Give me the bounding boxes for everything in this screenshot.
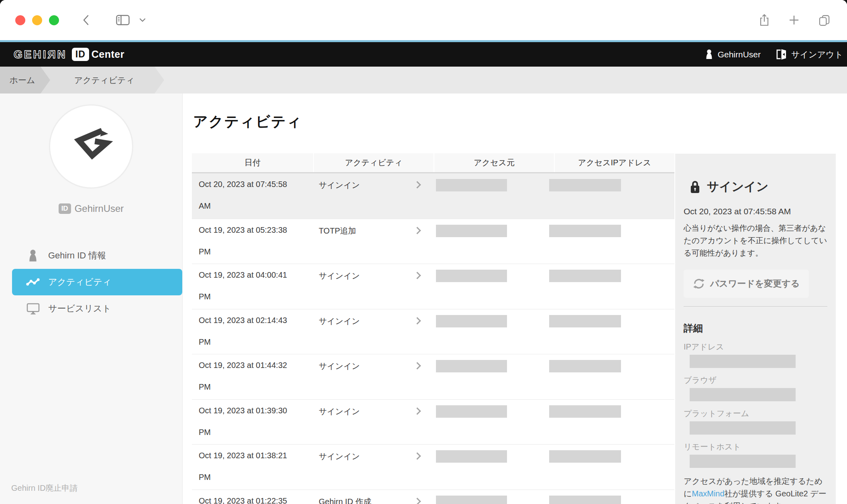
tab-overview-button[interactable] xyxy=(818,14,830,26)
detail-panel: サインイン Oct 20, 2023 at 07:45:58 AM 心当りがない… xyxy=(675,154,836,504)
table-row[interactable]: Oct 19, 2023 at 01:39:30PM サインイン xyxy=(192,399,674,445)
row-date: Oct 19, 2023 at 01:39:30 xyxy=(199,406,287,415)
sidebar-item-service-list[interactable]: サービスリスト xyxy=(0,295,182,322)
user-icon xyxy=(705,49,713,60)
plus-icon xyxy=(789,15,799,25)
row-date: Oct 19, 2023 at 01:44:32 xyxy=(199,361,287,370)
redacted-value xyxy=(690,355,796,368)
logo-center-text: Center xyxy=(92,49,124,60)
row-period: PM xyxy=(199,428,313,437)
table-row[interactable]: Oct 19, 2023 at 02:14:43PM サインイン xyxy=(192,309,674,354)
redacted-access-source xyxy=(436,315,507,327)
table-row[interactable]: Oct 19, 2023 at 05:23:38PM TOTP追加 xyxy=(192,219,674,264)
sidebar-toggle-icon xyxy=(116,15,130,25)
redacted-access-ip xyxy=(549,179,621,191)
sidebar-item-activity[interactable]: アクティビティ xyxy=(12,269,182,295)
panel-divider xyxy=(684,306,827,307)
signout-button[interactable]: サインアウト xyxy=(775,49,843,60)
panel-timestamp: Oct 20, 2023 at 07:45:58 AM xyxy=(684,207,827,216)
row-chevron-icon xyxy=(413,362,421,369)
geolite-attribution: アクセスがあった地域を推定するためにMaxMind社が提供する GeoLite2… xyxy=(684,475,827,504)
change-password-label: パスワードを変更する xyxy=(710,278,800,290)
row-chevron-icon xyxy=(413,272,421,279)
table-row[interactable]: Oct 19, 2023 at 01:38:21PM サインイン xyxy=(192,444,674,490)
sidebar-item-label: アクティビティ xyxy=(48,276,112,288)
activity-table: 日付 アクティビティ アクセス元 アクセスIPアドレス Oct 20, 2023… xyxy=(192,153,674,504)
sidebar: ID GehirnUser Gehirn ID 情報 xyxy=(0,93,183,504)
detail-field-browser: ブラウザ xyxy=(684,375,827,401)
page-title: アクティビティ xyxy=(193,112,302,132)
browser-toolbar xyxy=(0,0,847,40)
close-window-button[interactable] xyxy=(15,15,25,25)
breadcrumb-home[interactable]: ホーム xyxy=(0,67,50,93)
sidebar-toggle-button[interactable] xyxy=(116,15,130,25)
minimize-window-button[interactable] xyxy=(32,15,42,25)
app-header: GEHIЯN ID Center GehirnUser サインアウト xyxy=(0,42,847,67)
sidebar-menu: Gehirn ID 情報 アクティビティ xyxy=(0,242,182,322)
row-chevron-icon xyxy=(413,317,421,324)
monitor-icon xyxy=(26,303,40,315)
field-label: ブラウザ xyxy=(684,375,827,386)
row-activity: TOTP追加 xyxy=(319,226,356,235)
table-row[interactable]: Oct 19, 2023 at 04:00:41PM サインイン xyxy=(192,264,674,309)
field-label: プラットフォーム xyxy=(684,408,827,419)
share-button[interactable] xyxy=(759,14,770,26)
gehirn-id-abolish-link[interactable]: Gehirn ID廃止申請 xyxy=(11,483,78,494)
signout-door-icon xyxy=(775,49,787,60)
row-period: PM xyxy=(199,382,313,392)
details-heading: 詳細 xyxy=(684,322,827,335)
redacted-access-source xyxy=(436,405,507,418)
activity-pulse-icon xyxy=(26,278,40,287)
sidebar-item-gehirn-id-info[interactable]: Gehirn ID 情報 xyxy=(0,242,182,269)
new-tab-button[interactable] xyxy=(789,15,799,25)
header-user-menu[interactable]: GehirnUser xyxy=(705,49,761,60)
back-chevron-icon xyxy=(81,14,91,26)
row-chevron-icon xyxy=(413,227,421,234)
browser-window: GEHIЯN ID Center GehirnUser サインアウト xyxy=(0,0,847,504)
change-password-button[interactable]: パスワードを変更する xyxy=(684,270,809,298)
redacted-access-source xyxy=(436,360,507,372)
row-period: PM xyxy=(199,247,313,256)
redacted-access-ip xyxy=(549,270,621,282)
redacted-value xyxy=(690,388,796,401)
column-header-access-source: アクセス元 xyxy=(434,153,554,172)
row-date: Oct 19, 2023 at 01:38:21 xyxy=(199,451,287,460)
row-chevron-icon xyxy=(413,452,421,459)
signout-label: サインアウト xyxy=(791,49,843,60)
row-chevron-icon xyxy=(413,498,421,504)
panel-title: サインイン xyxy=(707,179,769,195)
redacted-access-source xyxy=(436,450,507,463)
main-content: アクティビティ 日付 アクティビティ アクセス元 アクセスIPアドレス Oct … xyxy=(183,93,847,504)
row-date: Oct 19, 2023 at 05:23:38 xyxy=(199,226,287,234)
chevron-down-icon xyxy=(139,18,146,22)
logo-gehirn-text: GEHIЯN xyxy=(14,48,67,61)
breadcrumb-activity[interactable]: アクティビティ xyxy=(41,67,164,93)
maxmind-link[interactable]: MaxMind xyxy=(692,489,724,498)
zoom-window-button[interactable] xyxy=(49,15,59,25)
sidebar-username: GehirnUser xyxy=(75,203,124,214)
row-activity: サインイン xyxy=(319,271,360,280)
column-header-date: 日付 xyxy=(192,153,313,172)
detail-field-remote-host: リモートホスト xyxy=(684,441,827,468)
redacted-value xyxy=(690,421,796,435)
row-activity: サインイン xyxy=(319,452,360,461)
row-activity: サインイン xyxy=(319,407,360,416)
row-period: PM xyxy=(199,337,313,347)
gehirn-id-center-logo[interactable]: GEHIЯN ID Center xyxy=(14,48,124,61)
header-username: GehirnUser xyxy=(718,50,761,59)
sidebar-menu-button[interactable] xyxy=(139,18,146,22)
redacted-access-ip xyxy=(549,450,621,463)
column-header-activity: アクティビティ xyxy=(313,153,434,172)
row-activity: サインイン xyxy=(319,362,360,370)
redacted-access-source xyxy=(436,496,507,504)
user-icon xyxy=(26,249,40,262)
panel-warning-text: 心当りがない操作の場合、第三者があなたのアカウントを不正に操作してしている可能性… xyxy=(684,222,827,259)
table-row[interactable]: Oct 19, 2023 at 01:22:35 Gehirn ID 作成 xyxy=(192,490,674,504)
back-button[interactable] xyxy=(81,14,91,26)
table-row[interactable]: Oct 20, 2023 at 07:45:58AM サインイン xyxy=(192,173,674,219)
table-row[interactable]: Oct 19, 2023 at 01:44:32PM サインイン xyxy=(192,354,674,399)
row-date: Oct 19, 2023 at 02:14:43 xyxy=(199,316,287,325)
row-activity: Gehirn ID 作成 xyxy=(319,497,371,504)
avatar xyxy=(49,104,133,189)
redacted-access-ip xyxy=(549,315,621,327)
